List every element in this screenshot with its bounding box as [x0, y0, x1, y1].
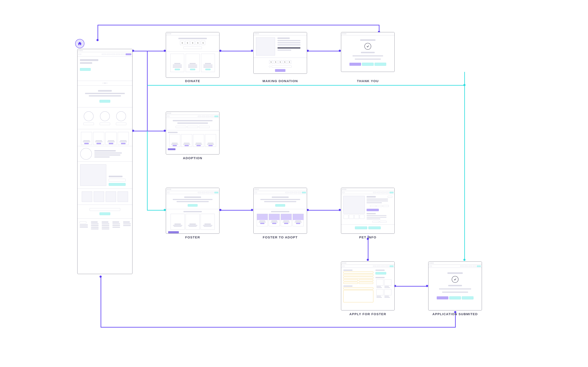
label-app-submitted: APPLICATION SUBMITED [428, 312, 482, 316]
check-icon [452, 276, 458, 283]
wireframe-foster [166, 188, 219, 234]
home-icon [75, 39, 84, 48]
wireframe-home [77, 49, 132, 274]
wireframe-adoption [166, 112, 219, 154]
label-apply-foster: APPLY FOR FOSTER [341, 312, 395, 316]
check-icon [364, 43, 371, 50]
wireframe-thank-you [341, 32, 395, 72]
label-foster-to-adopt: FOSTER TO ADOPT [253, 235, 307, 239]
wireframe-pet-info [341, 188, 395, 234]
label-adoption: ADOPTION [166, 156, 219, 160]
label-foster: FOSTER [166, 235, 219, 239]
wireframe-foster-to-adopt [253, 188, 307, 234]
wireframe-donate: $ $ $ $ $ [166, 32, 219, 78]
wireframe-making-donation: $ $ $ $ $ [253, 32, 307, 74]
wireframe-app-submitted [428, 261, 482, 310]
label-making-donation: MAKING DONATION [253, 79, 307, 83]
label-pet-info: PET INFO [341, 235, 395, 239]
wireframe-apply-foster [341, 261, 395, 310]
label-thank-you: THANK YOU [341, 79, 395, 83]
label-donate: DONATE [166, 79, 219, 83]
